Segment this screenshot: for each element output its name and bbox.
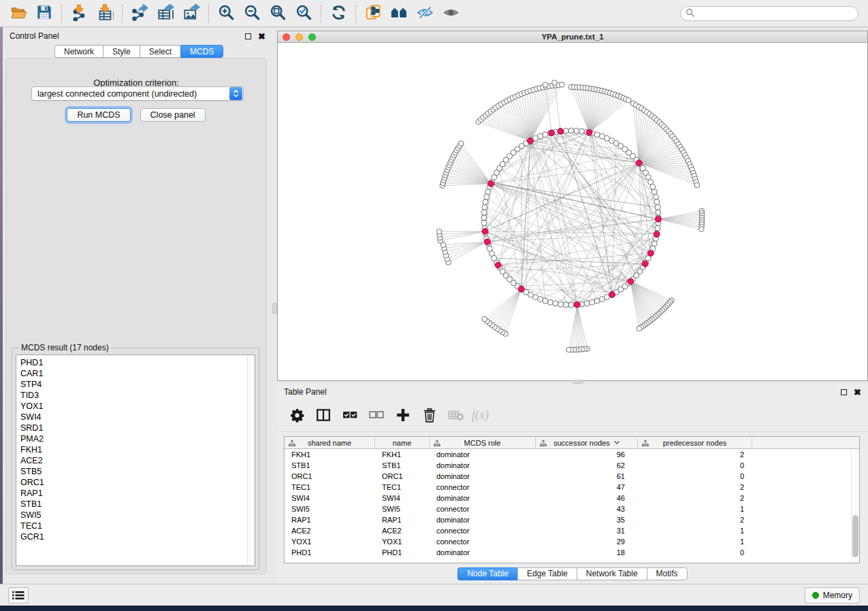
network-node[interactable] bbox=[436, 229, 442, 235]
column-header-predecessor-nodes[interactable]: predecessor nodes bbox=[638, 437, 752, 448]
export-table-button[interactable] bbox=[152, 3, 178, 24]
network-node[interactable] bbox=[558, 301, 564, 307]
mcds-hub-node[interactable] bbox=[642, 261, 648, 267]
mcds-result-node[interactable]: PHD1 bbox=[20, 357, 247, 368]
network-window-titlebar[interactable]: YPA_prune.txt_1 bbox=[278, 31, 867, 43]
cell-MCDS-role[interactable]: dominator bbox=[430, 450, 536, 459]
zoom-in-button[interactable] bbox=[213, 3, 239, 24]
mcds-result-node[interactable]: STB5 bbox=[20, 466, 247, 477]
cell-name[interactable]: YOX1 bbox=[375, 538, 430, 546]
tab-network[interactable]: Network bbox=[54, 45, 103, 58]
network-node[interactable] bbox=[568, 302, 574, 308]
close-panel-icon[interactable]: ✖ bbox=[854, 389, 861, 395]
cell-MCDS-role[interactable]: connector bbox=[430, 505, 536, 513]
network-node[interactable] bbox=[563, 302, 568, 308]
mcds-hub-node[interactable] bbox=[575, 301, 581, 308]
memory-button[interactable]: Memory bbox=[805, 587, 860, 604]
tab-edge-table[interactable]: Edge Table bbox=[517, 567, 577, 580]
cell-predecessor-nodes[interactable]: 1 bbox=[638, 527, 752, 535]
search-input[interactable] bbox=[680, 6, 858, 21]
table-row[interactable]: FKH1FKH1dominator962 bbox=[285, 449, 859, 460]
table-row[interactable]: TEC1TEC1connector472 bbox=[285, 482, 859, 493]
network-node[interactable] bbox=[568, 128, 574, 133]
network-node[interactable] bbox=[590, 299, 595, 305]
network-node[interactable] bbox=[694, 182, 700, 188]
mcds-result-node[interactable]: STB1 bbox=[20, 499, 247, 510]
network-node[interactable] bbox=[560, 82, 565, 88]
network-node[interactable] bbox=[653, 194, 658, 199]
network-node[interactable] bbox=[547, 299, 553, 305]
cell-successor-nodes[interactable]: 29 bbox=[536, 538, 638, 546]
table-row[interactable]: YOX1YOX1connector291 bbox=[285, 536, 859, 547]
network-node[interactable] bbox=[599, 297, 605, 302]
zoom-selected-button[interactable] bbox=[291, 3, 317, 24]
network-node[interactable] bbox=[538, 133, 543, 139]
cell-shared-name[interactable]: TEC1 bbox=[285, 483, 375, 491]
network-node[interactable] bbox=[574, 128, 579, 133]
close-panel-button[interactable]: Close panel bbox=[140, 108, 206, 122]
network-node[interactable] bbox=[656, 210, 661, 215]
mcds-hub-node[interactable] bbox=[488, 181, 494, 187]
mcds-hub-node[interactable] bbox=[636, 160, 642, 166]
export-image-button[interactable] bbox=[178, 3, 204, 24]
import-table-button[interactable] bbox=[92, 3, 118, 24]
cell-MCDS-role[interactable]: connector bbox=[430, 527, 536, 535]
column-header-MCDS-role[interactable]: MCDS role bbox=[430, 437, 536, 448]
network-node[interactable] bbox=[655, 205, 660, 210]
network-node[interactable] bbox=[584, 301, 590, 306]
cell-shared-name[interactable]: SWI5 bbox=[285, 505, 375, 513]
show-all-button[interactable] bbox=[438, 3, 464, 24]
network-node[interactable] bbox=[482, 205, 487, 210]
network-node[interactable] bbox=[594, 132, 600, 137]
network-node[interactable] bbox=[543, 298, 548, 303]
zoom-out-button[interactable] bbox=[239, 3, 265, 24]
columns-button[interactable] bbox=[315, 408, 332, 425]
zoom-fit-button[interactable] bbox=[265, 3, 291, 24]
network-node[interactable] bbox=[487, 246, 492, 251]
horizontal-splitter[interactable] bbox=[277, 381, 868, 383]
network-node[interactable] bbox=[650, 184, 656, 190]
cell-predecessor-nodes[interactable]: 0 bbox=[638, 461, 752, 469]
column-header-successor-nodes[interactable]: successor nodes bbox=[536, 437, 638, 448]
network-node[interactable] bbox=[637, 326, 642, 331]
cell-predecessor-nodes[interactable]: 2 bbox=[638, 494, 752, 502]
mcds-hub-node[interactable] bbox=[482, 229, 488, 235]
first-neighbors-button[interactable] bbox=[386, 3, 412, 24]
mcds-hub-node[interactable] bbox=[586, 129, 592, 135]
cell-shared-name[interactable]: SWI4 bbox=[285, 494, 375, 502]
cell-name[interactable]: ACE2 bbox=[375, 527, 430, 535]
network-node[interactable] bbox=[459, 141, 464, 146]
cell-MCDS-role[interactable]: dominator bbox=[430, 516, 536, 524]
network-node[interactable] bbox=[566, 347, 572, 352]
run-mcds-button[interactable]: Run MCDS bbox=[67, 108, 130, 122]
cell-name[interactable]: RAP1 bbox=[375, 516, 430, 524]
cell-predecessor-nodes[interactable]: 0 bbox=[638, 472, 752, 480]
cell-predecessor-nodes[interactable]: 2 bbox=[638, 483, 752, 491]
network-node[interactable] bbox=[652, 241, 657, 246]
table-row[interactable]: SWI5SWI5connector431 bbox=[285, 503, 859, 514]
mcds-hub-node[interactable] bbox=[628, 278, 634, 284]
splitter-grip[interactable] bbox=[272, 303, 277, 314]
cell-successor-nodes[interactable]: 46 bbox=[536, 494, 638, 502]
splitter-grip[interactable] bbox=[573, 380, 583, 384]
cell-successor-nodes[interactable]: 62 bbox=[536, 461, 638, 469]
table-row[interactable]: SWI4SWI4dominator462 bbox=[285, 493, 859, 503]
cell-MCDS-role[interactable]: dominator bbox=[430, 461, 536, 469]
tab-select[interactable]: Select bbox=[140, 45, 180, 58]
cell-name[interactable]: PHD1 bbox=[375, 548, 430, 557]
table-row[interactable]: RAP1RAP1dominator352 bbox=[285, 514, 859, 525]
cell-MCDS-role[interactable]: dominator bbox=[430, 472, 536, 480]
cell-predecessor-nodes[interactable]: 1 bbox=[638, 538, 752, 546]
result-list-scrollbar[interactable] bbox=[247, 355, 255, 565]
network-node[interactable] bbox=[481, 215, 487, 220]
cell-name[interactable]: FKH1 bbox=[375, 450, 430, 459]
vertical-splitter[interactable] bbox=[272, 27, 277, 584]
network-node[interactable] bbox=[483, 199, 488, 205]
panel-menu-button[interactable] bbox=[8, 587, 29, 604]
tab-motifs[interactable]: Motifs bbox=[647, 567, 688, 580]
cell-name[interactable]: SWI5 bbox=[375, 505, 430, 513]
scrollbar-thumb[interactable] bbox=[852, 515, 858, 557]
export-network-button[interactable] bbox=[127, 3, 152, 24]
cell-successor-nodes[interactable]: 31 bbox=[536, 527, 638, 535]
cell-predecessor-nodes[interactable]: 2 bbox=[638, 450, 752, 459]
